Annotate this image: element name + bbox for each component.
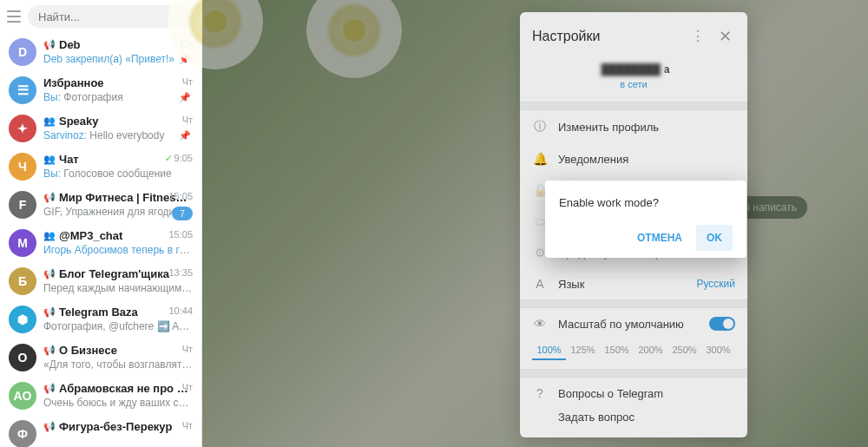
chat-time: ✓9:05	[165, 153, 193, 164]
avatar: Ч	[9, 153, 36, 181]
chat-name: О Бизнесе	[59, 344, 193, 357]
pin-icon: 📌	[179, 130, 191, 141]
channel-type-icon: 📢	[43, 39, 56, 50]
avatar: M	[9, 229, 36, 257]
channel-type-icon: 📢	[43, 268, 56, 279]
chat-time: Чт	[182, 420, 193, 431]
menu-icon[interactable]	[7, 10, 21, 23]
channel-type-icon: 📢	[43, 192, 56, 203]
chat-list: D📢DebDeb закрепил(а) «Привет!»Пн📌☰Избран…	[0, 33, 201, 447]
chat-row[interactable]: О📢О Бизнесе«Для того, чтобы возглавлять …	[0, 339, 201, 377]
channel-type-icon: 📢	[43, 383, 56, 394]
chat-name: Speaky	[59, 115, 193, 128]
avatar: ✦	[9, 115, 36, 142]
chat-row[interactable]: ☰ИзбранноеВы: ФотографияЧт📌	[0, 71, 201, 109]
chat-name: Абрамовская не про обрабо...	[59, 382, 193, 395]
channel-type-icon: 👥	[43, 154, 56, 165]
chat-time: Чт	[182, 382, 193, 392]
dialog-message: Enable work mode?	[559, 196, 733, 209]
dialog-overlay[interactable]	[202, 0, 868, 447]
chat-row[interactable]: Ч👥ЧатВы: Голосовое сообщение✓9:05	[0, 148, 201, 186]
chat-background: бы написать Настройки ⋮ ✕ ████████а в се…	[202, 0, 868, 447]
chat-preview: Фотография, @ufchere ➡️ ALL MMA ...	[43, 320, 193, 332]
chat-time: 13:35	[168, 267, 193, 278]
chat-body: 👥SpeakySarvinoz: Hello everybody	[43, 115, 193, 141]
avatar: D	[9, 38, 36, 66]
channel-type-icon: 👥	[43, 230, 56, 241]
pin-icon: 📌	[179, 92, 191, 103]
chat-preview: Очень боюсь и жду ваших совет...	[43, 397, 193, 409]
channel-type-icon: 📢	[43, 306, 56, 318]
avatar: ⬢	[9, 306, 36, 333]
chat-row[interactable]: Б📢Блог Telegram'щикаПеред каждым начинаю…	[0, 262, 201, 300]
channel-type-icon: 📢	[43, 345, 56, 356]
chat-time: Чт	[182, 115, 193, 125]
chat-time: Чт	[182, 76, 193, 87]
chat-time: 10:44	[168, 306, 193, 316]
chat-row[interactable]: F📢Мир Фитнеса | FitnessRUGIF, Упражнения…	[0, 186, 201, 224]
avatar: О	[9, 344, 36, 371]
app-root: D📢DebDeb закрепил(а) «Привет!»Пн📌☰Избран…	[0, 0, 868, 447]
cancel-button[interactable]: ОТМЕНА	[627, 225, 693, 251]
chat-body: 📢Фигура-без-Перекур	[43, 420, 193, 435]
chat-row[interactable]: M👥@MP3_chatИгорь Абросимов теперь в груп…	[0, 224, 201, 262]
ok-button[interactable]: OK	[696, 225, 733, 251]
chat-preview: Перед каждым начинающим пред...	[43, 282, 193, 294]
chat-preview: «Для того, чтобы возглавлять компа...	[43, 358, 193, 371]
chat-preview: Вы: Голосовое сообщение	[43, 168, 193, 180]
chat-body: 📢Абрамовская не про обрабо...Очень боюсь…	[43, 382, 193, 409]
chat-time: Чт	[182, 344, 193, 354]
dialog-buttons: ОТМЕНА OK	[559, 225, 733, 251]
chat-time: 15:05	[168, 191, 193, 201]
chat-preview: Вы: Фотография	[43, 91, 193, 103]
chat-body: ИзбранноеВы: Фотография	[43, 76, 193, 103]
chat-row[interactable]: ⬢📢Telegram BazaФотография, @ufchere ➡️ A…	[0, 300, 201, 339]
chat-row[interactable]: Ф📢Фигура-без-ПерекурЧт	[0, 415, 201, 447]
chat-name: Избранное	[43, 76, 193, 89]
check-icon: ✓	[165, 153, 173, 163]
avatar: F	[9, 191, 36, 219]
chat-preview: Deb закрепил(а) «Привет!»	[43, 53, 193, 65]
sidebar: D📢DebDeb закрепил(а) «Привет!»Пн📌☰Избран…	[0, 0, 202, 447]
confirm-dialog: Enable work mode? ОТМЕНА OK	[545, 181, 746, 258]
chat-name: Фигура-без-Перекур	[59, 420, 193, 433]
chat-preview: Sarvinoz: Hello everybody	[43, 129, 193, 141]
channel-type-icon: 📢	[43, 421, 56, 432]
avatar: Ф	[9, 420, 36, 447]
chat-body: 📢DebDeb закрепил(а) «Привет!»	[43, 38, 193, 65]
chat-row[interactable]: ✦👥SpeakySarvinoz: Hello everybodyЧт📌	[0, 109, 201, 148]
unread-badge: 7	[172, 207, 193, 220]
chat-preview: GIF, Упражнения для ягодиц, по ...	[43, 206, 193, 218]
channel-type-icon: 👥	[43, 115, 56, 127]
chat-time: 15:05	[168, 229, 193, 240]
chat-body: 📢О Бизнесе«Для того, чтобы возглавлять к…	[43, 344, 193, 371]
avatar: АО	[9, 382, 36, 410]
avatar: ☰	[9, 76, 36, 104]
avatar: Б	[9, 267, 36, 295]
chat-preview: Игорь Абросимов теперь в группе	[43, 244, 193, 256]
chat-row[interactable]: АО📢Абрамовская не про обрабо...Очень бою…	[0, 377, 201, 415]
